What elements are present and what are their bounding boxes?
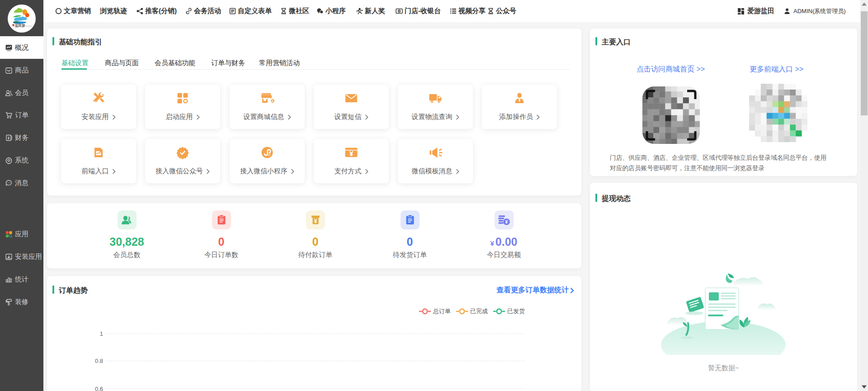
svg-text:YanTian: YanTian — [25, 25, 32, 27]
svg-text:盐田游: 盐田游 — [14, 24, 25, 28]
